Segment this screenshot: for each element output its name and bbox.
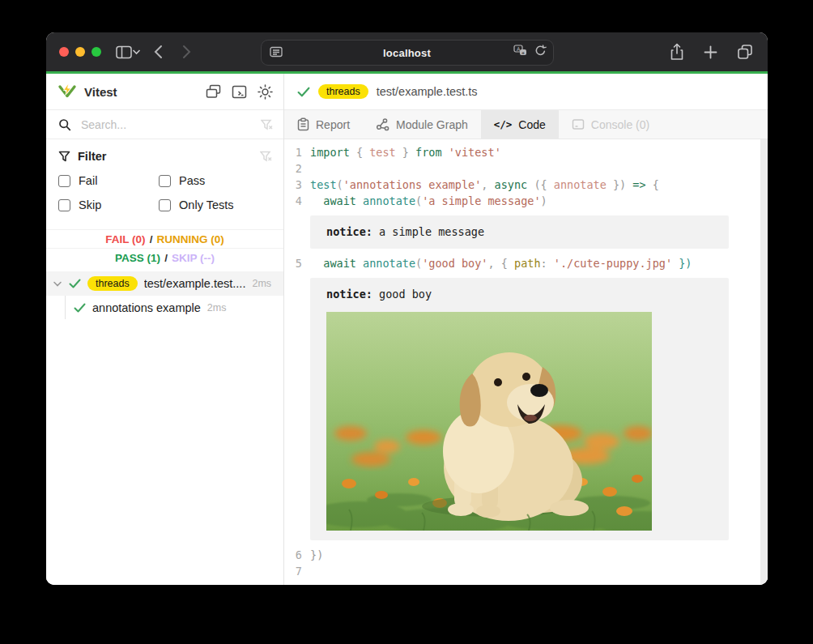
filter-funnel-icon bbox=[58, 151, 70, 162]
line-number: 2 bbox=[284, 160, 302, 177]
code-line: 7 bbox=[284, 563, 768, 579]
check-icon bbox=[297, 87, 310, 97]
test-stats: FAIL (0)/RUNNING (0) PASS (1)/SKIP (--) bbox=[46, 229, 283, 267]
filter-checkbox-fail[interactable]: Fail bbox=[58, 174, 159, 187]
annotation-label: notice: bbox=[326, 225, 372, 238]
annotation-label: notice: bbox=[326, 288, 372, 301]
code-line: 5 await annotate('good boy', { path: './… bbox=[284, 255, 768, 271]
line-number: 4 bbox=[284, 193, 302, 209]
code-line: 3test('annotations example', async ({ an… bbox=[284, 177, 768, 193]
chevron-down-icon[interactable] bbox=[132, 49, 141, 55]
checkbox-label: Fail bbox=[79, 174, 97, 187]
test-file-name: test/example.test.... bbox=[144, 277, 246, 290]
line-number: 6 bbox=[284, 547, 302, 563]
test-case-duration: 2ms bbox=[207, 302, 227, 313]
page-reader-icon[interactable] bbox=[270, 45, 283, 58]
code-line: 6}) bbox=[284, 547, 768, 563]
address-bar[interactable]: localhost Aa bbox=[261, 40, 554, 66]
check-icon bbox=[74, 303, 86, 313]
code-line: 1import { test } from 'vitest' bbox=[284, 144, 768, 160]
module-graph-icon bbox=[376, 118, 389, 131]
sidebar-toggle-icon[interactable] bbox=[116, 45, 132, 59]
code-line: 2 bbox=[284, 160, 768, 177]
filter-title: Filter bbox=[78, 150, 253, 163]
code-line: 4 await annotate('a simple message') bbox=[284, 193, 768, 209]
main-panel: threads test/example.test.ts Report Modu… bbox=[284, 74, 768, 585]
pool-badge: threads bbox=[318, 84, 368, 99]
console-panel-icon[interactable] bbox=[232, 85, 247, 99]
stats-line-1: FAIL (0)/RUNNING (0) bbox=[46, 229, 283, 248]
line-number: 5 bbox=[284, 255, 302, 271]
pass-count: PASS (1) bbox=[115, 252, 160, 264]
tab-report[interactable]: Report bbox=[284, 110, 363, 139]
browser-window: localhost Aa bbox=[46, 32, 768, 585]
svg-text:a: a bbox=[521, 50, 524, 55]
line-number: 1 bbox=[284, 144, 302, 160]
theme-toggle-sun-icon[interactable] bbox=[258, 84, 273, 100]
annotation-box: notice: good boy bbox=[310, 278, 729, 540]
test-tree: threads test/example.test.... 2ms annota… bbox=[46, 271, 283, 319]
tab-bar: Report Module Graph </> Code Console bbox=[284, 110, 768, 139]
test-file-row[interactable]: threads test/example.test.... 2ms bbox=[46, 271, 283, 296]
vitest-logo bbox=[57, 83, 77, 100]
tab-module-graph[interactable]: Module Graph bbox=[363, 110, 481, 139]
test-file-duration: 2ms bbox=[252, 278, 271, 289]
code-rows: 1import { test } from 'vitest'23test('an… bbox=[284, 139, 768, 579]
test-case-row[interactable]: annotations example 2ms bbox=[46, 296, 283, 319]
checkbox[interactable] bbox=[58, 175, 70, 187]
filter-section: Filter Fail Pass Skip Only Tests bbox=[46, 139, 283, 220]
new-tab-icon[interactable] bbox=[704, 45, 717, 59]
puppy-image[interactable] bbox=[326, 312, 652, 531]
checkbox-label: Only Tests bbox=[179, 198, 233, 211]
share-icon[interactable] bbox=[670, 43, 684, 61]
translate-icon[interactable]: Aa bbox=[513, 45, 528, 57]
reload-icon[interactable] bbox=[534, 45, 547, 57]
window-controls bbox=[59, 47, 101, 57]
tab-label: Console (0) bbox=[591, 118, 649, 131]
tab-overview-icon[interactable] bbox=[737, 44, 753, 60]
tab-label: Report bbox=[316, 118, 350, 131]
forward-icon[interactable] bbox=[182, 45, 191, 59]
url-text: localhost bbox=[383, 47, 431, 59]
code-brackets-icon: </> bbox=[494, 118, 513, 130]
back-icon[interactable] bbox=[154, 45, 163, 59]
search-icon bbox=[58, 118, 71, 131]
checkbox-label: Pass bbox=[179, 174, 205, 187]
filter-checkbox-skip[interactable]: Skip bbox=[58, 198, 159, 211]
test-case-name: annotations example bbox=[92, 301, 201, 314]
stats-line-2: PASS (1)/SKIP (--) bbox=[46, 248, 283, 267]
open-file-name: test/example.test.ts bbox=[377, 85, 478, 98]
checkbox-label: Skip bbox=[79, 198, 101, 211]
traffic-light-close[interactable] bbox=[59, 47, 69, 57]
traffic-light-minimize[interactable] bbox=[75, 47, 85, 57]
pool-badge: threads bbox=[87, 276, 138, 291]
checkbox[interactable] bbox=[58, 199, 70, 211]
tab-console: Console (0) bbox=[559, 110, 662, 139]
check-icon bbox=[69, 279, 81, 288]
vertical-scrollbar[interactable] bbox=[760, 139, 768, 585]
search-input[interactable] bbox=[79, 117, 253, 132]
clear-search-filter-icon[interactable] bbox=[261, 119, 273, 130]
report-clipboard-icon bbox=[297, 117, 309, 131]
skip-count: SKIP (--) bbox=[172, 252, 215, 264]
line-number: 7 bbox=[284, 563, 302, 579]
app-title: Vitest bbox=[84, 85, 206, 99]
annotation-box: notice: a simple message bbox=[310, 215, 729, 249]
console-window-icon bbox=[572, 118, 585, 130]
browser-titlebar: localhost Aa bbox=[46, 32, 768, 71]
filter-checkbox-pass[interactable]: Pass bbox=[159, 174, 272, 187]
tab-label: Module Graph bbox=[396, 118, 468, 131]
chevron-down-icon[interactable] bbox=[53, 280, 62, 288]
dashboard-icon[interactable] bbox=[206, 84, 221, 99]
running-count: RUNNING (0) bbox=[156, 233, 223, 245]
fail-count: FAIL (0) bbox=[105, 233, 145, 245]
traffic-light-zoom[interactable] bbox=[92, 47, 101, 57]
tab-code[interactable]: </> Code bbox=[481, 110, 559, 139]
filter-checkbox-only-tests[interactable]: Only Tests bbox=[159, 198, 272, 211]
checkbox[interactable] bbox=[159, 199, 171, 211]
clear-filter-icon[interactable] bbox=[260, 151, 272, 162]
line-number: 3 bbox=[284, 177, 302, 193]
code-viewer: 1import { test } from 'vitest'23test('an… bbox=[284, 139, 768, 585]
checkbox[interactable] bbox=[159, 175, 171, 187]
sidebar: Vitest bbox=[46, 74, 284, 585]
